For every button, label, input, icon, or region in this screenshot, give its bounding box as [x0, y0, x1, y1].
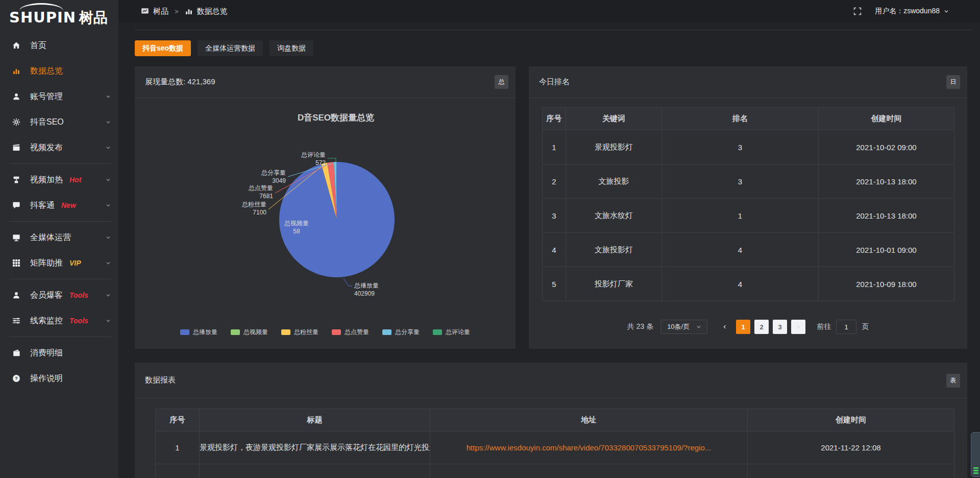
new-badge: New: [61, 201, 76, 209]
chevron-down-icon: [105, 292, 111, 298]
chevron-down-icon: [105, 260, 111, 266]
menu-divider: [9, 163, 111, 164]
legend-color-box: [180, 329, 189, 335]
report-panel: 数据报表 表 序号 标题 地址 创建时间 1 景观投影灯，夜游景观投影灯厂家展示…: [135, 363, 967, 478]
page-button-3[interactable]: 3: [773, 320, 787, 334]
tab-douyin-seo-data[interactable]: 抖音seo数据: [135, 40, 191, 56]
breadcrumb-root[interactable]: 树品: [153, 7, 168, 16]
legend-label: 总分享量: [395, 328, 420, 337]
legend-item-总点赞量[interactable]: 总点赞量: [332, 328, 369, 337]
bar-chart-icon: [185, 7, 193, 15]
floating-widget[interactable]: [971, 432, 980, 477]
sidebar-item-data-overview[interactable]: 数据总览: [0, 58, 118, 84]
legend-item-总视频量[interactable]: 总视频量: [231, 328, 268, 337]
sidebar-item-douyin-seo[interactable]: 抖音SEO: [0, 109, 118, 135]
pie-label-name: 总分享量: [261, 169, 286, 176]
page-button-1[interactable]: 1: [736, 320, 750, 334]
user-menu[interactable]: 用户名：zswodun88: [875, 7, 949, 16]
wallet-icon: [12, 349, 22, 357]
table-row: 3 文旅水纹灯 1 2021-10-13 18:00: [543, 199, 954, 233]
pie-label-value: 572: [315, 159, 326, 166]
pie-label-value: 7100: [253, 209, 266, 216]
cell-keyword: 文旅水纹灯: [566, 199, 662, 233]
chevron-down-icon: [105, 93, 111, 100]
tools-badge: Tools: [69, 291, 88, 299]
sidebar-item-home[interactable]: 首页: [0, 33, 118, 58]
sidebar-item-doukertong[interactable]: 抖客通 New: [0, 193, 118, 218]
sidebar-item-label: 消费明细: [30, 348, 63, 358]
chevron-down-icon: [105, 234, 111, 241]
gear-icon: [12, 118, 22, 126]
legend-item-总粉丝量[interactable]: 总粉丝量: [281, 328, 318, 337]
daily-badge-button[interactable]: 日: [946, 75, 960, 89]
table-badge-button[interactable]: 表: [946, 374, 960, 388]
col-url: 地址: [430, 409, 748, 432]
legend-label: 总评论量: [446, 328, 470, 337]
video-url-link[interactable]: https://www.iesdouyin.com/share/video/70…: [467, 443, 712, 452]
logo-text-cn: 树品: [79, 10, 108, 26]
col-rank: 排名: [662, 108, 819, 130]
logo-arc-decoration: [19, 3, 63, 11]
legend-color-box: [332, 329, 341, 335]
cell-index: 2: [543, 164, 566, 199]
menu-divider: [9, 337, 111, 337]
cell-title: [200, 464, 430, 478]
sidebar-item-label: 线索监控: [30, 316, 63, 326]
sidebar-item-matrix-boost[interactable]: 矩阵助推 VIP: [0, 250, 118, 276]
pie-chart[interactable]: D音SEO数据量总览总播放量402909总视频量58总粉丝量7100总点赞量76…: [135, 98, 516, 333]
sidebar-item-video-heat[interactable]: 视频加热 Hot: [0, 167, 118, 193]
sidebar-item-label: 抖客通: [30, 200, 55, 211]
breadcrumb-current[interactable]: 数据总览: [197, 7, 228, 16]
data-tabs: 抖音seo数据 全媒体运营数据 询盘数据: [135, 40, 313, 56]
sidebar-item-label: 首页: [30, 40, 46, 51]
legend-item-总评论量[interactable]: 总评论量: [433, 328, 470, 337]
prev-page-button[interactable]: [718, 320, 732, 334]
sidebar-item-video-publish[interactable]: 视频发布: [0, 135, 118, 160]
legend-color-box: [281, 329, 290, 335]
pagination-total: 共 23 条: [627, 322, 653, 331]
page-size-select[interactable]: 10条/页: [660, 320, 707, 334]
breadcrumb: 树品 > 数据总览: [141, 7, 228, 16]
total-badge-button[interactable]: 总: [495, 75, 508, 89]
sidebar-item-instructions[interactable]: ? 操作说明: [0, 366, 118, 391]
sidebar-item-clue-monitor[interactable]: 线索监控 Tools: [0, 308, 118, 333]
pie-chart-area: D音SEO数据量总览总播放量402909总视频量58总粉丝量7100总点赞量76…: [135, 98, 516, 333]
cell-created: 2021-11-22 12:08: [748, 432, 954, 464]
cell-rank: 4: [662, 233, 819, 267]
cell-index: 3: [543, 199, 566, 233]
widget-bars-decoration: [973, 466, 978, 474]
page-button-2[interactable]: 2: [754, 320, 769, 334]
tab-inquiry-data[interactable]: 询盘数据: [270, 40, 313, 56]
goto-label: 前往: [817, 322, 831, 331]
table-header-row: 序号 标题 地址 创建时间: [156, 409, 954, 432]
sidebar-item-consumption-detail[interactable]: 消费明细: [0, 340, 118, 366]
legend-color-box: [433, 329, 442, 335]
hot-badge: Hot: [69, 176, 81, 184]
pie-label-value: 402909: [354, 290, 375, 297]
menu-divider: [9, 221, 111, 222]
report-panel-head: 数据报表: [135, 363, 967, 398]
table-row: 5 投影灯厂家 4 2021-10-09 18:00: [543, 267, 954, 301]
cell-created: [748, 464, 954, 478]
pie-label-value: 7681: [259, 193, 273, 200]
goto-page-input[interactable]: [836, 320, 856, 334]
legend-label: 总视频量: [243, 328, 268, 337]
legend-item-总播放量[interactable]: 总播放量: [180, 328, 217, 337]
app-logo[interactable]: SHUPIN树品: [0, 0, 118, 33]
sidebar-item-account-manage[interactable]: 账号管理: [0, 84, 118, 109]
cell-rank: 3: [662, 164, 819, 199]
cell-title: 景观投影灯，夜游景观投影灯厂家展示展示落花灯在花园里的灯光投影应用效果 #: [200, 432, 430, 464]
sidebar-item-media-operation[interactable]: 全媒体运营: [0, 225, 118, 250]
sidebar-item-label: 矩阵助推: [30, 258, 63, 269]
legend-color-box: [231, 329, 240, 335]
fullscreen-icon[interactable]: [853, 7, 862, 15]
sidebar-item-member-baoke[interactable]: 会员爆客 Tools: [0, 282, 118, 308]
ranking-panel-title: 今日排名: [539, 77, 570, 87]
header-divider: [135, 30, 972, 30]
table-row-partial: [156, 464, 954, 478]
user-icon: [12, 291, 22, 299]
pie-chart-title: D音SEO数据量总览: [298, 112, 374, 123]
next-page-button[interactable]: [791, 320, 805, 334]
legend-item-总分享量[interactable]: 总分享量: [382, 328, 420, 337]
tab-media-operation-data[interactable]: 全媒体运营数据: [198, 40, 263, 56]
